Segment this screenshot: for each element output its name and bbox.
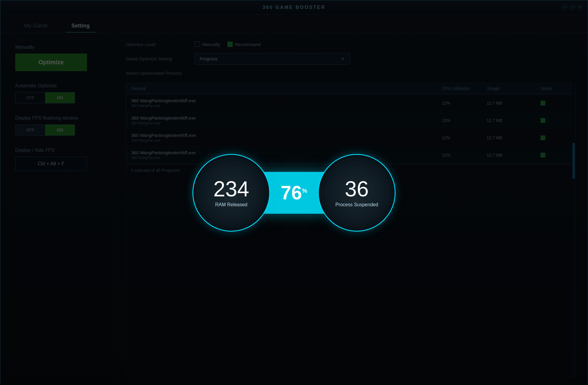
cpu-gauge: 36 Process Suspended <box>318 154 396 232</box>
svg-point-0 <box>196 158 268 230</box>
modal-content: 234 RAM Released 76% 36 Process Suspende… <box>192 154 396 232</box>
modal-overlay: 234 RAM Released 76% 36 Process Suspende… <box>0 0 588 385</box>
center-percent: 76% <box>281 182 307 204</box>
center-display: 76% <box>264 172 324 214</box>
app-container: 360 GAME BOOSTER — □ ✕ My Game Setting M… <box>0 0 588 385</box>
ram-gauge: 234 RAM Released <box>192 154 270 232</box>
svg-point-1 <box>322 158 393 230</box>
percent-value: 76 <box>281 182 302 204</box>
gauge-ticks-svg <box>193 155 269 231</box>
cpu-gauge-ticks-svg <box>319 155 395 231</box>
percent-symbol: % <box>302 187 307 194</box>
